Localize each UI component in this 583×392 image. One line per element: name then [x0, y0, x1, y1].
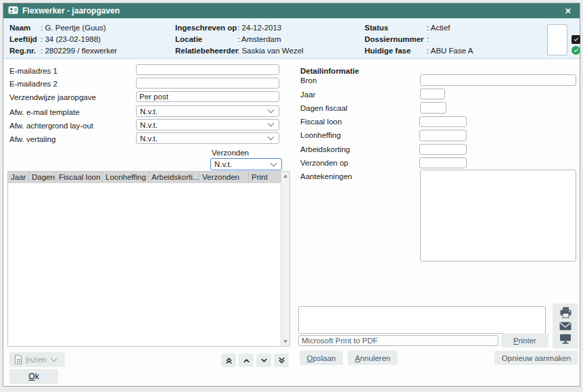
- scroll-down-icon[interactable]: [283, 340, 287, 343]
- title-bar[interactable]: Flexwerker - jaaropgaven ×: [3, 3, 580, 18]
- printer-button[interactable]: Printer: [501, 333, 549, 347]
- scroll-next-icon: [260, 356, 269, 365]
- arbeidskorting-input[interactable]: [419, 144, 467, 155]
- scroll-first-icon: [225, 356, 233, 365]
- column-header-loonheffing[interactable]: Loonheffing: [103, 172, 149, 183]
- vertaling-label: Afw. vertaling: [9, 134, 55, 145]
- aantekeningen-textarea[interactable]: [420, 170, 576, 262]
- window-title: Flexwerker - jaaropgaven: [22, 6, 561, 16]
- scroll-prev-icon: [242, 356, 251, 365]
- dagen-fiscaal-input[interactable]: [420, 102, 446, 114]
- printer-icon[interactable]: [559, 307, 572, 320]
- nav-next-button[interactable]: [256, 353, 271, 367]
- vertaling-select-value: N.v.t.: [140, 134, 158, 143]
- arbeidskorting-label: Arbeidskorting: [300, 144, 350, 155]
- aantekeningen-label: Aantekeningen: [300, 171, 352, 182]
- template-select-value: N.v.t.: [140, 107, 158, 116]
- print-preview-box: [298, 306, 546, 334]
- column-header-dagen[interactable]: Dagen: [29, 172, 56, 183]
- mail-icon[interactable]: [559, 322, 572, 332]
- email1-label: E-mailadres 1: [9, 66, 57, 76]
- field-value: : Actief: [427, 22, 450, 34]
- verzonden-op-label: Verzonden op: [300, 157, 348, 168]
- verzonden-filter-value: N.v.t.: [214, 160, 232, 168]
- opslaan-label: Opslaan: [307, 354, 336, 362]
- dagen-fiscaal-label: Dagen fiscaal: [300, 103, 348, 114]
- photo-placeholder: [547, 24, 567, 55]
- email2-label: E-mailadres 2: [9, 78, 57, 89]
- chevron-down-icon: [268, 120, 275, 127]
- bron-input[interactable]: [420, 74, 576, 86]
- printer-name-input[interactable]: [298, 335, 498, 346]
- document-preview-icon: [14, 355, 22, 364]
- fiscaal-loon-input[interactable]: [419, 116, 467, 127]
- opslaan-button[interactable]: Opslaan: [300, 351, 343, 365]
- chevron-down-icon: [268, 134, 275, 141]
- field-label: Huidige fase: [365, 45, 427, 57]
- jaaropgaven-table: Jaar Dagen Fiscaal loon Loonheffing Arbe…: [7, 171, 290, 347]
- field-value: : ABU Fase A: [427, 45, 473, 57]
- opnieuw-aanmaken-label: Opnieuw aanmaken: [502, 354, 571, 362]
- ok-label: Ok: [28, 372, 39, 381]
- template-label: Afw. e-mail template: [9, 107, 80, 118]
- close-icon[interactable]: ×: [561, 4, 575, 18]
- info-column-2: Ingeschreven op: 24-12-2013 Locatie: Ams…: [175, 22, 304, 57]
- inzien-button[interactable]: Inzien: [9, 352, 65, 367]
- field-value: : 24-12-2013: [237, 22, 281, 34]
- table-scrollbar[interactable]: [281, 172, 289, 346]
- nav-prev-button[interactable]: [239, 353, 254, 367]
- info-column-3: Status: Actief Dossiernummer: Huidige fa…: [365, 22, 473, 57]
- scroll-up-icon[interactable]: [283, 174, 287, 178]
- email2-input[interactable]: [136, 78, 279, 89]
- field-value: : 34 (23-02-1988): [41, 34, 101, 45]
- verzendwijze-input[interactable]: [136, 91, 279, 102]
- field-value: : Saskia van Wezel: [237, 45, 304, 57]
- opnieuw-aanmaken-button[interactable]: Opnieuw aanmaken: [494, 351, 578, 365]
- chevron-down-icon: [50, 355, 57, 362]
- status-ok-icon: [572, 46, 580, 55]
- field-value: : G. Peertje (Guus): [41, 22, 106, 34]
- field-label: Leeftijd: [9, 34, 41, 45]
- screen: { "window": { "title": "Flexwerker - jaa…: [0, 0, 583, 392]
- nav-first-button[interactable]: [221, 353, 236, 367]
- column-header-verzonden[interactable]: Verzonden: [200, 172, 249, 183]
- annuleren-label: Annuleren: [355, 354, 390, 362]
- printer-label: Printer: [513, 337, 536, 345]
- column-header-jaar[interactable]: Jaar: [8, 172, 29, 183]
- template-select[interactable]: N.v.t.: [136, 105, 279, 117]
- inzien-label: Inzien: [26, 356, 47, 364]
- layout-select[interactable]: N.v.t.: [136, 119, 279, 130]
- nav-last-button[interactable]: [274, 353, 289, 367]
- loonheffing-input[interactable]: [419, 130, 467, 141]
- field-label: Locatie: [175, 34, 237, 45]
- field-label: Ingeschreven op: [175, 22, 237, 34]
- info-column-1: Naam: G. Peertje (Guus) Leeftijd: 34 (23…: [9, 22, 117, 57]
- monitor-icon[interactable]: [559, 334, 572, 345]
- annuleren-button[interactable]: Annuleren: [348, 351, 398, 365]
- loonheffing-label: Loonheffing: [300, 130, 341, 141]
- email1-input[interactable]: [136, 64, 279, 75]
- field-value: :: [427, 34, 429, 45]
- verzonden-filter-select[interactable]: N.v.t.: [210, 158, 282, 170]
- ok-button[interactable]: Ok: [9, 369, 58, 384]
- layout-select-value: N.v.t.: [140, 121, 158, 129]
- chevron-down-icon: [271, 160, 277, 166]
- fiscaal-loon-label: Fiscaal loon: [300, 116, 342, 127]
- layout-label: Afw. achtergrond lay-out: [9, 120, 93, 131]
- field-label: Dossiernummer: [365, 34, 427, 45]
- column-header-print[interactable]: Print: [249, 172, 281, 183]
- chevron-down-icon: [268, 107, 275, 114]
- vertaling-select[interactable]: N.v.t.: [136, 132, 279, 144]
- field-label: Status: [365, 22, 427, 34]
- output-tools-panel: [553, 303, 578, 349]
- field-label: Reg.nr.: [9, 45, 41, 57]
- column-header-fiscaal-loon[interactable]: Fiscaal loon: [56, 172, 103, 183]
- column-header-arbeidskorting[interactable]: Arbeidskorti...: [149, 172, 200, 183]
- table-header-row: Jaar Dagen Fiscaal loon Loonheffing Arbe…: [8, 172, 281, 183]
- field-label: Relatiebeheerder: [175, 45, 237, 57]
- jaar-input[interactable]: [420, 89, 445, 99]
- verzonden-op-input[interactable]: [419, 157, 467, 168]
- verzendwijze-label: Verzendwijze jaaropgave: [9, 92, 96, 103]
- field-value: : 2802299 / flexwerker: [41, 45, 117, 57]
- jaaropgaven-table-main: Jaar Dagen Fiscaal loon Loonheffing Arbe…: [8, 172, 281, 346]
